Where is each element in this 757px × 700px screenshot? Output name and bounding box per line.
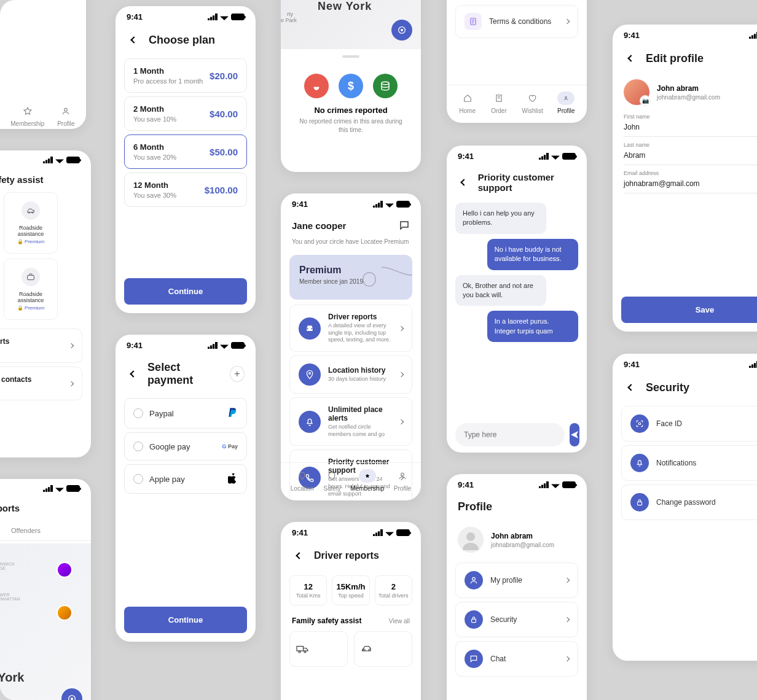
status-bar: 9:41 <box>116 335 256 356</box>
assist-tile-roadside-2[interactable]: Roadside assistance🔒 Premium <box>4 259 58 320</box>
driver-reports-screen: 9:41 Driver reports 12Total Kms 15Km/hTo… <box>281 522 421 700</box>
page-title: Profile <box>458 500 492 513</box>
support-chat-screen: 9:41 Priority customer support Hello i c… <box>447 146 587 453</box>
continue-button[interactable]: Continue <box>124 278 247 305</box>
payment-googlepay[interactable]: Google payG Pay <box>124 432 247 461</box>
heart-icon <box>524 91 541 105</box>
section-header: Family safety assist View all <box>281 610 421 631</box>
status-bar <box>0 479 91 498</box>
assist-tile-2[interactable] <box>354 631 412 667</box>
back-button[interactable] <box>292 548 307 563</box>
tab-membership[interactable]: Membership <box>350 469 384 492</box>
doc-icon <box>465 13 482 30</box>
view-all-link[interactable]: View all <box>389 618 410 624</box>
item-contacts[interactable]: gency contactsedisom <box>0 367 82 401</box>
locate-button[interactable] <box>61 688 82 700</box>
crimes-sub: No reported crimes in this area during t… <box>281 117 421 134</box>
plan-12month[interactable]: 12 MonthYou save 30%$100.00 <box>124 173 247 207</box>
back-button[interactable] <box>624 380 638 395</box>
data-action[interactable] <box>373 74 398 98</box>
chevron-right-icon <box>399 325 404 330</box>
assist-tile-1[interactable] <box>289 631 348 667</box>
tab-home[interactable]: Home <box>459 91 476 114</box>
profile-header: 📷 John abramjohnabram@gmail.com <box>613 73 757 111</box>
status-bar: 9:41 <box>613 25 757 46</box>
camera-icon: 📷 <box>640 95 651 106</box>
choose-plan-screen: 9:41 Choose plan 1 MonthPro access for 1… <box>116 6 256 313</box>
header: e reports <box>0 498 91 521</box>
continue-button[interactable]: Continue <box>124 607 247 633</box>
drag-handle[interactable] <box>342 55 359 58</box>
back-button[interactable] <box>624 51 638 66</box>
svg-point-22 <box>71 698 73 700</box>
tab-offenders[interactable]: Offenders <box>9 521 43 540</box>
header: Priority customer support <box>447 167 587 200</box>
tab-profile[interactable]: Profile <box>557 91 575 114</box>
page-title: e reports <box>0 503 20 513</box>
item-my-profile[interactable]: My profile <box>455 562 578 598</box>
plan-6month[interactable]: 6 MonthYou save 20%$50.00 <box>124 134 247 169</box>
item-security[interactable]: Security <box>455 602 578 637</box>
profile-screen: 9:41 Profile John abramjohnabram@gmail.c… <box>447 474 587 700</box>
map-view[interactable]: New York rty e Park <box>281 0 421 49</box>
field-lastname[interactable]: Last nameAbram <box>613 139 757 168</box>
tab-safety[interactable]: Safety <box>323 469 340 492</box>
svg-point-16 <box>638 422 641 425</box>
tab-profile[interactable]: Profile <box>394 469 411 492</box>
status-bar: 9:41 <box>447 474 587 496</box>
back-button[interactable] <box>127 33 141 47</box>
tab-wishlist[interactable]: Wishlist <box>522 91 543 114</box>
map-avatar-2[interactable] <box>57 562 73 578</box>
chat-icon[interactable] <box>399 220 410 231</box>
dollar-action[interactable]: $ <box>339 74 363 98</box>
payment-applepay[interactable]: Apple pay <box>124 464 247 494</box>
chevron-right-icon <box>69 381 74 386</box>
terms-item[interactable]: Terms & conditions <box>455 5 578 38</box>
map-avatar-3[interactable] <box>57 605 73 621</box>
status-bar: 9:41 <box>281 522 421 543</box>
save-button[interactable]: Save <box>621 297 757 323</box>
item-chat[interactable]: Chat <box>455 641 578 677</box>
feature-location-history[interactable]: Location history30 days location history <box>289 356 412 394</box>
item-change-password[interactable]: Change password <box>621 484 757 520</box>
item-reports[interactable]: e reports5 Days <box>0 329 82 363</box>
plan-2month[interactable]: 2 MonthYou save 10%$40.00 <box>124 96 247 131</box>
back-button[interactable] <box>458 175 471 190</box>
item-notifications[interactable]: Notifications <box>621 445 757 481</box>
avatar[interactable]: 📷 <box>624 79 649 105</box>
svg-point-2 <box>401 29 403 31</box>
hand-action[interactable] <box>304 74 329 98</box>
tab-order[interactable]: Order <box>490 91 508 114</box>
gpay-icon: G Pay <box>222 443 238 449</box>
send-button[interactable] <box>570 423 579 446</box>
tab-profile[interactable]: Profile <box>57 104 74 127</box>
chevron-right-icon <box>565 656 570 661</box>
star-icon <box>359 469 376 483</box>
briefcase-icon <box>22 268 40 286</box>
header: Security <box>613 375 757 402</box>
squiggle-icon <box>357 261 412 298</box>
svg-point-11 <box>565 96 567 98</box>
tab-location[interactable]: Location <box>291 469 314 492</box>
assist-tile-roadside-1[interactable]: Roadside assistance🔒 Premium <box>4 192 58 254</box>
field-firstname[interactable]: First nameJohn <box>613 111 757 139</box>
feature-driver-reports[interactable]: Driver reportsA detailed view of every s… <box>289 305 412 352</box>
crimes-screen: New York rty e Park $ No crimes reported… <box>281 0 421 172</box>
svg-point-0 <box>65 108 68 111</box>
locate-button[interactable] <box>391 20 412 41</box>
back-button[interactable] <box>127 367 140 381</box>
chat-icon <box>465 650 483 668</box>
tab-membership[interactable]: Membership <box>10 104 44 127</box>
feature-place-alerts[interactable]: Unlimited place alertsGet notified circl… <box>289 397 412 446</box>
plan-1month[interactable]: 1 MonthPro access for 1 month$20.00 <box>124 58 247 93</box>
map-view[interactable]: GREENWICHVILLAGE LOWERMANHATTAN New York <box>0 543 91 700</box>
status-bar: 9:41 <box>281 193 421 215</box>
chat-input[interactable] <box>455 423 565 446</box>
field-email[interactable]: Email addressjohnabram@gmail.com <box>613 168 757 196</box>
chevron-right-icon <box>565 617 570 622</box>
premium-badge: 🔒 Premium <box>9 239 52 244</box>
add-button[interactable]: + <box>230 366 245 382</box>
car-icon <box>299 317 321 340</box>
payment-paypal[interactable]: Paypal <box>124 398 247 429</box>
item-faceid[interactable]: Face ID <box>621 406 757 441</box>
